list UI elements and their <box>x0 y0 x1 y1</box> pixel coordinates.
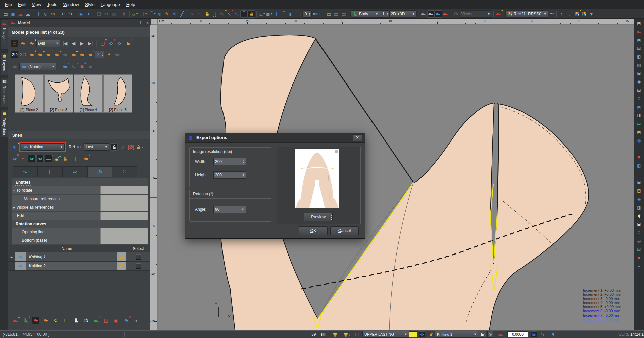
corner-curve-icon[interactable]: ⌊▾ <box>141 10 149 18</box>
right-toolbar-icon-22[interactable]: ◉ <box>636 196 642 202</box>
unlock-shell-icon[interactable]: ▂ <box>53 155 60 162</box>
dialog-close-button[interactable]: ✕ <box>353 134 362 141</box>
height-input[interactable]: 200▲▼ <box>213 171 246 179</box>
piece-red-arrow-icon[interactable]: ↗ <box>87 51 94 58</box>
tab-curves[interactable]: ∿ <box>13 166 38 177</box>
barcode-icon[interactable] <box>321 331 327 338</box>
next-piece-icon[interactable]: ▶ <box>78 40 86 47</box>
heel-icon[interactable]: ∟ <box>62 317 69 324</box>
ref-piece-icon[interactable] <box>11 63 18 70</box>
piece-orange-icon[interactable] <box>42 317 49 324</box>
open-cloud-icon[interactable]: ☁ <box>17 10 24 18</box>
arrow-up-icon[interactable]: ↑ <box>558 10 565 18</box>
active-layer-dropdown[interactable]: Knitting 1▼ <box>435 331 479 338</box>
piece-star-icon[interactable] <box>61 51 69 58</box>
entity-value-cell[interactable] <box>100 212 148 220</box>
right-toolbar-icon-18[interactable]: ◧ <box>636 163 642 169</box>
first-piece-icon[interactable]: |◀ <box>61 40 69 47</box>
expand-arrow-icon[interactable]: ▶ <box>12 206 16 209</box>
layers-icon[interactable] <box>332 331 338 338</box>
tab-rotation[interactable]: ◎ <box>87 166 112 177</box>
add-shell-icon[interactable]: ⊕+ <box>11 143 18 151</box>
shoe-red-icon[interactable] <box>442 10 449 18</box>
layer-move-icon[interactable]: ↓ <box>343 331 350 338</box>
menu-file[interactable]: File <box>2 1 15 8</box>
entity-row-measure-references[interactable]: Measure references <box>12 195 148 203</box>
angle-dropdown[interactable]: 90▼ <box>213 206 246 213</box>
lasting-dropdown[interactable]: UPPER LASTING▼ <box>362 331 409 338</box>
piece-remove2-icon[interactable]: − <box>53 51 60 58</box>
pan-hand-icon[interactable]: ✛ <box>35 10 42 18</box>
entity-value-cell[interactable] <box>100 203 148 211</box>
ok-button[interactable]: OK <box>299 226 328 235</box>
rotation-row-bottom--base-[interactable]: Bottom (base) <box>12 236 148 245</box>
sidebar-tab-navigator[interactable]: Navigator <box>1 20 8 50</box>
measure-visible-icon[interactable]: ↕ <box>28 155 35 162</box>
shoe-blue-icon[interactable] <box>435 10 442 18</box>
entity-row-edit[interactable]: Edit <box>12 212 148 220</box>
piece-refresh-icon[interactable]: ✶ <box>82 155 90 162</box>
menu-language[interactable]: Language <box>98 1 123 8</box>
axes-icon[interactable]: ∟▾ <box>258 10 265 18</box>
menu-window[interactable]: Window <box>60 1 82 8</box>
image-icon[interactable]: ▨ <box>102 317 110 324</box>
sidebar-tab-references[interactable]: References <box>1 78 8 107</box>
right-toolbar-icon-4[interactable]: ▤ <box>636 45 642 51</box>
filter-all-dropdown[interactable]: (All)▼ <box>36 40 60 47</box>
target-icon[interactable]: ⊙ <box>119 143 126 151</box>
save-icon[interactable]: ▣ <box>9 10 17 18</box>
paste-icon[interactable]: ▥ <box>110 10 117 18</box>
right-toolbar-icon-13[interactable]: ▭ <box>636 121 642 127</box>
snapshot-icon[interactable]: ◉ <box>112 317 120 324</box>
hide-entity-icon[interactable]: ✖ <box>11 155 18 162</box>
visibility-icon[interactable] <box>419 331 425 338</box>
snap-icon[interactable]: ▣▾ <box>265 10 273 18</box>
menu-style[interactable]: Style <box>82 1 98 8</box>
entity-value-cell[interactable] <box>100 195 148 203</box>
right-toolbar-icon-20[interactable]: ▣ <box>636 179 642 185</box>
knitting-table-row[interactable]: Knitting 2 <box>8 262 151 271</box>
copies-spinner[interactable]: 2▲▼ <box>95 51 104 58</box>
copy-icon[interactable]: ❐ <box>95 10 103 18</box>
eraser-add-icon[interactable]: ✦ <box>85 10 92 18</box>
group-brackets-icon[interactable]: [··] <box>74 155 81 162</box>
active-color-swatch[interactable] <box>409 331 417 338</box>
sidebar-tab-layers[interactable]: Layers <box>1 52 8 75</box>
right-toolbar-icon-14[interactable]: ▤ <box>636 129 642 135</box>
right-toolbar-icon-17[interactable]: ✖ <box>636 154 642 160</box>
rotation-row-opening-line[interactable]: Opening line <box>12 228 148 236</box>
lock-closed-icon[interactable] <box>117 252 126 261</box>
right-toolbar-icon-23[interactable]: ◨ <box>636 205 642 211</box>
shoe-layers-icon[interactable] <box>427 10 435 18</box>
rotation-value-cell[interactable] <box>100 228 148 236</box>
right-toolbar-icon-9[interactable]: ▤ <box>636 87 642 93</box>
piece-add2-icon[interactable]: + <box>45 51 52 58</box>
node-select-icon[interactable]: ↖ <box>196 10 203 18</box>
piece-edit-icon[interactable] <box>19 40 27 47</box>
entity-value-cell[interactable] <box>100 186 148 194</box>
tab-links[interactable]: ∞ <box>62 166 87 177</box>
open-icon[interactable]: ▤ <box>2 10 9 18</box>
shoe-add-icon[interactable]: + <box>495 10 502 18</box>
piece-thumbnail[interactable]: [2] Piece 2 <box>15 74 44 113</box>
right-toolbar-icon-16[interactable]: ⊙ <box>636 146 642 152</box>
list-view-icon[interactable]: ≣ <box>11 40 18 47</box>
select-checkbox[interactable] <box>136 255 141 260</box>
dark-curve-icon[interactable]: ⌒ <box>240 10 248 18</box>
piece-split-icon[interactable]: ↗ <box>122 317 130 324</box>
shell-type-dropdown[interactable]: Knitting▼ <box>21 143 65 151</box>
rel-lock-button[interactable] <box>110 143 118 151</box>
entity-row-visible-as-references[interactable]: ▶Visible as references <box>12 203 148 212</box>
right-toolbar-icon-10[interactable]: ⊙ <box>636 96 642 102</box>
smooth-curve-icon[interactable]: § <box>120 10 128 18</box>
measure-hidden-icon[interactable]: ─ <box>36 155 44 162</box>
preview-button[interactable]: Preview <box>304 213 333 221</box>
selection-frame-icon[interactable]: ▢ <box>355 331 359 338</box>
piece-blue-add-icon[interactable]: + <box>78 51 86 58</box>
lock-open-icon[interactable] <box>117 262 126 270</box>
rotate-target-icon[interactable]: ↻ <box>52 317 59 324</box>
menu-help[interactable]: Help <box>123 1 138 8</box>
swap-fill-icon[interactable]: ◧ <box>288 10 295 18</box>
model-panel-header[interactable]: Model ⊺ × <box>8 19 151 27</box>
knitting-table-row[interactable]: ▶Knitting 1 <box>8 252 151 262</box>
